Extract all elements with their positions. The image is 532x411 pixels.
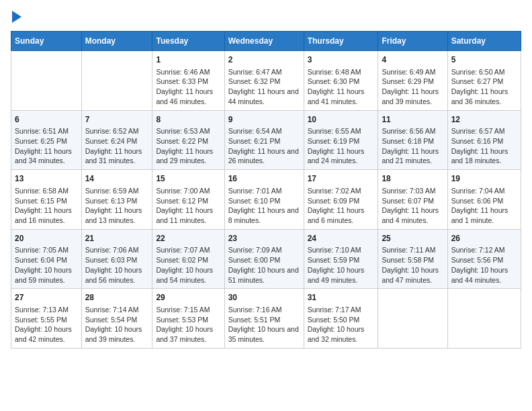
calendar-cell: 6Sunrise: 6:51 AM Sunset: 6:25 PM Daylig…	[11, 110, 82, 170]
calendar-cell: 24Sunrise: 7:10 AM Sunset: 5:59 PM Dayli…	[304, 229, 378, 289]
calendar-cell: 1Sunrise: 6:46 AM Sunset: 6:33 PM Daylig…	[152, 51, 224, 111]
day-content: Sunrise: 7:07 AM Sunset: 6:02 PM Dayligh…	[156, 245, 220, 285]
calendar-cell: 25Sunrise: 7:11 AM Sunset: 5:58 PM Dayli…	[378, 229, 447, 289]
day-number: 9	[228, 114, 300, 126]
calendar-cell	[378, 289, 447, 349]
day-header-friday: Friday	[378, 32, 447, 51]
calendar-cell: 28Sunrise: 7:14 AM Sunset: 5:54 PM Dayli…	[81, 289, 152, 349]
calendar-cell: 15Sunrise: 7:00 AM Sunset: 6:12 PM Dayli…	[152, 170, 224, 230]
day-number: 31	[308, 292, 375, 304]
day-number: 19	[451, 173, 517, 185]
day-content: Sunrise: 6:50 AM Sunset: 6:27 PM Dayligh…	[451, 67, 517, 107]
calendar-cell: 31Sunrise: 7:17 AM Sunset: 5:50 PM Dayli…	[304, 289, 378, 349]
calendar-cell: 9Sunrise: 6:54 AM Sunset: 6:21 PM Daylig…	[224, 110, 304, 170]
day-number: 26	[451, 233, 517, 244]
calendar-cell: 19Sunrise: 7:04 AM Sunset: 6:06 PM Dayli…	[447, 170, 521, 230]
day-header-wednesday: Wednesday	[224, 32, 304, 51]
day-content: Sunrise: 7:09 AM Sunset: 6:00 PM Dayligh…	[228, 245, 300, 285]
day-content: Sunrise: 6:53 AM Sunset: 6:22 PM Dayligh…	[156, 126, 220, 166]
day-content: Sunrise: 7:06 AM Sunset: 6:03 PM Dayligh…	[85, 245, 149, 285]
logo-arrow-icon	[12, 11, 21, 23]
calendar-cell: 13Sunrise: 6:58 AM Sunset: 6:15 PM Dayli…	[11, 170, 82, 230]
calendar-cell: 23Sunrise: 7:09 AM Sunset: 6:00 PM Dayli…	[224, 229, 304, 289]
day-content: Sunrise: 7:13 AM Sunset: 5:55 PM Dayligh…	[15, 305, 78, 345]
calendar-cell: 3Sunrise: 6:48 AM Sunset: 6:30 PM Daylig…	[304, 51, 378, 111]
day-number: 4	[382, 54, 443, 66]
day-content: Sunrise: 6:56 AM Sunset: 6:18 PM Dayligh…	[382, 126, 443, 166]
day-content: Sunrise: 6:59 AM Sunset: 6:13 PM Dayligh…	[85, 186, 149, 226]
day-content: Sunrise: 7:05 AM Sunset: 6:04 PM Dayligh…	[15, 245, 78, 285]
day-number: 24	[308, 233, 375, 244]
calendar-cell	[447, 289, 521, 349]
calendar-cell: 10Sunrise: 6:55 AM Sunset: 6:19 PM Dayli…	[304, 110, 378, 170]
day-content: Sunrise: 6:48 AM Sunset: 6:30 PM Dayligh…	[308, 67, 375, 107]
calendar-week-row: 1Sunrise: 6:46 AM Sunset: 6:33 PM Daylig…	[11, 51, 521, 111]
day-number: 23	[228, 233, 300, 244]
day-content: Sunrise: 6:54 AM Sunset: 6:21 PM Dayligh…	[228, 126, 300, 166]
day-number: 13	[15, 173, 78, 185]
day-number: 14	[85, 173, 149, 185]
day-content: Sunrise: 6:52 AM Sunset: 6:24 PM Dayligh…	[85, 126, 149, 166]
day-number: 11	[382, 114, 443, 126]
day-number: 5	[451, 54, 517, 66]
day-number: 21	[85, 233, 149, 244]
calendar-cell: 27Sunrise: 7:13 AM Sunset: 5:55 PM Dayli…	[11, 289, 82, 349]
day-content: Sunrise: 7:17 AM Sunset: 5:50 PM Dayligh…	[308, 305, 375, 345]
calendar-cell: 18Sunrise: 7:03 AM Sunset: 6:07 PM Dayli…	[378, 170, 447, 230]
day-number: 22	[156, 233, 220, 244]
calendar-cell: 30Sunrise: 7:16 AM Sunset: 5:51 PM Dayli…	[224, 289, 304, 349]
day-number: 7	[85, 114, 149, 126]
day-number: 28	[85, 292, 149, 304]
calendar-cell: 26Sunrise: 7:12 AM Sunset: 5:56 PM Dayli…	[447, 229, 521, 289]
calendar-cell: 5Sunrise: 6:50 AM Sunset: 6:27 PM Daylig…	[447, 51, 521, 111]
day-content: Sunrise: 7:03 AM Sunset: 6:07 PM Dayligh…	[382, 186, 443, 226]
day-header-tuesday: Tuesday	[152, 32, 224, 51]
day-content: Sunrise: 7:16 AM Sunset: 5:51 PM Dayligh…	[228, 305, 300, 345]
logo	[11, 11, 21, 23]
day-number: 30	[228, 292, 300, 304]
day-content: Sunrise: 6:55 AM Sunset: 6:19 PM Dayligh…	[308, 126, 375, 166]
day-content: Sunrise: 7:00 AM Sunset: 6:12 PM Dayligh…	[156, 186, 220, 226]
day-content: Sunrise: 7:10 AM Sunset: 5:59 PM Dayligh…	[308, 245, 375, 285]
day-number: 3	[308, 54, 375, 66]
day-number: 6	[15, 114, 78, 126]
day-number: 20	[15, 233, 78, 244]
calendar-cell: 2Sunrise: 6:47 AM Sunset: 6:32 PM Daylig…	[224, 51, 304, 111]
day-number: 25	[382, 233, 443, 244]
calendar-week-row: 27Sunrise: 7:13 AM Sunset: 5:55 PM Dayli…	[11, 289, 521, 349]
page-header	[11, 11, 521, 23]
calendar-cell: 8Sunrise: 6:53 AM Sunset: 6:22 PM Daylig…	[152, 110, 224, 170]
day-content: Sunrise: 7:04 AM Sunset: 6:06 PM Dayligh…	[451, 186, 517, 226]
day-number: 29	[156, 292, 220, 304]
day-content: Sunrise: 7:12 AM Sunset: 5:56 PM Dayligh…	[451, 245, 517, 285]
day-number: 8	[156, 114, 220, 126]
day-number: 10	[308, 114, 375, 126]
calendar-week-row: 13Sunrise: 6:58 AM Sunset: 6:15 PM Dayli…	[11, 170, 521, 230]
calendar-cell	[11, 51, 82, 111]
day-number: 27	[15, 292, 78, 304]
calendar-cell: 4Sunrise: 6:49 AM Sunset: 6:29 PM Daylig…	[378, 51, 447, 111]
day-content: Sunrise: 7:15 AM Sunset: 5:53 PM Dayligh…	[156, 305, 220, 345]
day-number: 16	[228, 173, 300, 185]
calendar-week-row: 20Sunrise: 7:05 AM Sunset: 6:04 PM Dayli…	[11, 229, 521, 289]
calendar-table: SundayMondayTuesdayWednesdayThursdayFrid…	[11, 31, 521, 349]
day-header-sunday: Sunday	[11, 32, 82, 51]
day-number: 17	[308, 173, 375, 185]
calendar-cell: 7Sunrise: 6:52 AM Sunset: 6:24 PM Daylig…	[81, 110, 152, 170]
day-content: Sunrise: 7:01 AM Sunset: 6:10 PM Dayligh…	[228, 186, 300, 226]
day-content: Sunrise: 6:57 AM Sunset: 6:16 PM Dayligh…	[451, 126, 517, 166]
calendar-cell: 14Sunrise: 6:59 AM Sunset: 6:13 PM Dayli…	[81, 170, 152, 230]
day-content: Sunrise: 6:58 AM Sunset: 6:15 PM Dayligh…	[15, 186, 78, 226]
day-number: 2	[228, 54, 300, 66]
day-content: Sunrise: 6:46 AM Sunset: 6:33 PM Dayligh…	[156, 67, 220, 107]
calendar-week-row: 6Sunrise: 6:51 AM Sunset: 6:25 PM Daylig…	[11, 110, 521, 170]
days-header-row: SundayMondayTuesdayWednesdayThursdayFrid…	[11, 32, 521, 51]
day-content: Sunrise: 7:11 AM Sunset: 5:58 PM Dayligh…	[382, 245, 443, 285]
calendar-cell: 20Sunrise: 7:05 AM Sunset: 6:04 PM Dayli…	[11, 229, 82, 289]
day-number: 12	[451, 114, 517, 126]
day-number: 15	[156, 173, 220, 185]
calendar-cell: 11Sunrise: 6:56 AM Sunset: 6:18 PM Dayli…	[378, 110, 447, 170]
calendar-cell: 16Sunrise: 7:01 AM Sunset: 6:10 PM Dayli…	[224, 170, 304, 230]
day-content: Sunrise: 6:47 AM Sunset: 6:32 PM Dayligh…	[228, 67, 300, 107]
calendar-cell: 29Sunrise: 7:15 AM Sunset: 5:53 PM Dayli…	[152, 289, 224, 349]
